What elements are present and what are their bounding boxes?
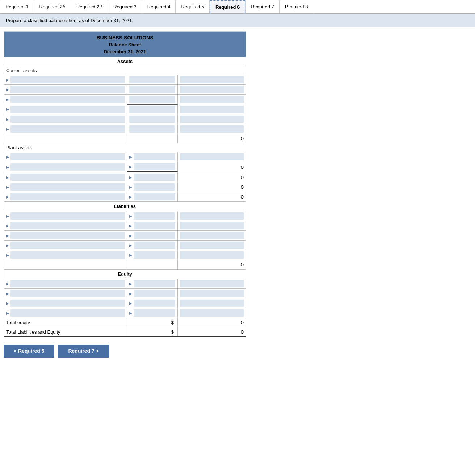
- company-name: BUSINESS SOLUTIONS: [4, 33, 246, 41]
- ca-right-4: [178, 104, 246, 114]
- ca-mid-4: [127, 104, 178, 114]
- ca-input-mid-3[interactable]: [129, 96, 175, 103]
- liab-input-right-5[interactable]: [180, 251, 244, 259]
- plant-asset-row-3: 0: [4, 172, 246, 182]
- liab-input-mid-5[interactable]: [134, 251, 175, 259]
- liab-input-right-1[interactable]: [180, 212, 244, 220]
- liab-right-2: [178, 221, 246, 230]
- tab-required-1[interactable]: Required 1: [0, 0, 34, 13]
- pa-input-mid-5[interactable]: [134, 193, 175, 200]
- current-assets-label: Current assets: [4, 66, 246, 75]
- equity-header: Equity: [4, 270, 246, 279]
- eq-input-mid-2[interactable]: [134, 290, 175, 297]
- ca-input-mid-4[interactable]: [129, 106, 175, 113]
- liab-input-right-2[interactable]: [180, 222, 244, 229]
- ca-input-right-6[interactable]: [180, 125, 244, 133]
- prev-button[interactable]: < Required 5: [4, 345, 54, 358]
- ca-input-mid-1[interactable]: [129, 76, 175, 83]
- total-liab-equity-value: 0: [178, 327, 246, 336]
- pa-mid-5: [127, 192, 178, 201]
- eq-input-label-1[interactable]: [10, 280, 125, 287]
- ca-label-6: [4, 124, 127, 134]
- total-liabilities-row: 0: [4, 260, 246, 270]
- eq-input-mid-3[interactable]: [134, 300, 175, 307]
- ca-input-right-2[interactable]: [180, 86, 244, 93]
- tab-required-5[interactable]: Required 5: [176, 0, 210, 13]
- liab-input-label-5[interactable]: [10, 251, 125, 259]
- ca-input-mid-2[interactable]: [129, 86, 175, 93]
- liab-input-label-3[interactable]: [10, 232, 125, 239]
- tab-required-8[interactable]: Required 8: [279, 0, 314, 13]
- liabilities-row-2: ▶: [4, 221, 246, 231]
- pa-label-3: [4, 172, 127, 182]
- total-ca-mid: [127, 134, 178, 143]
- ca-input-mid-6[interactable]: [129, 125, 175, 133]
- eq-input-right-1[interactable]: [180, 280, 244, 287]
- liab-input-right-3[interactable]: [180, 232, 244, 239]
- eq-input-label-4[interactable]: [10, 309, 125, 317]
- liab-input-mid-4[interactable]: [134, 242, 175, 249]
- current-asset-row-3: [4, 95, 246, 104]
- tab-required-2a[interactable]: Required 2A: [34, 0, 71, 13]
- pa-input-label-2[interactable]: [10, 163, 125, 171]
- total-liab-equity-mid: $: [127, 327, 178, 336]
- eq-mid-3: ▶: [127, 298, 178, 308]
- liab-input-label-1[interactable]: [10, 212, 125, 220]
- pa-input-label-5[interactable]: [10, 193, 125, 200]
- total-equity-label: Total equity: [4, 318, 127, 327]
- ca-input-label-5[interactable]: [10, 116, 125, 123]
- ca-input-right-5[interactable]: [180, 116, 244, 123]
- ca-label-4: [4, 104, 127, 114]
- eq-input-mid-4[interactable]: [134, 309, 175, 317]
- current-asset-row-5: [4, 114, 246, 124]
- eq-input-right-4[interactable]: [180, 309, 244, 317]
- eq-input-right-2[interactable]: [180, 290, 244, 297]
- pa-label-1: [4, 152, 127, 162]
- ca-input-label-1[interactable]: [10, 76, 125, 83]
- eq-input-label-2[interactable]: [10, 290, 125, 297]
- ca-input-label-6[interactable]: [10, 125, 125, 133]
- ca-input-right-1[interactable]: [180, 76, 244, 83]
- liab-right-5: [178, 250, 246, 260]
- sheet-date: December 31, 2021: [4, 48, 246, 55]
- liab-input-mid-3[interactable]: [134, 232, 175, 239]
- ca-input-label-4[interactable]: [10, 106, 125, 113]
- tab-required-2b[interactable]: Required 2B: [71, 0, 108, 13]
- pa-input-right-1[interactable]: [180, 153, 244, 160]
- ca-input-label-2[interactable]: [10, 86, 125, 93]
- liab-input-right-4[interactable]: [180, 242, 244, 249]
- pa-input-mid-4[interactable]: [134, 183, 175, 191]
- ca-input-label-3[interactable]: [10, 96, 125, 103]
- tab-required-7[interactable]: Required 7: [245, 0, 279, 13]
- liabilities-row-4: ▶: [4, 241, 246, 250]
- liab-input-mid-2[interactable]: [134, 222, 175, 229]
- ca-input-right-4[interactable]: [180, 106, 244, 113]
- pa-right-4: 0: [178, 182, 246, 192]
- ca-input-right-3[interactable]: [180, 96, 244, 103]
- tab-required-3[interactable]: Required 3: [108, 0, 142, 13]
- eq-right-2: [178, 289, 246, 298]
- eq-input-label-3[interactable]: [10, 300, 125, 307]
- eq-input-mid-1[interactable]: [134, 280, 175, 287]
- eq-label-1: [4, 279, 127, 288]
- ca-mid-5: [127, 114, 178, 124]
- tab-required-4[interactable]: Required 4: [142, 0, 176, 13]
- liab-input-label-2[interactable]: [10, 222, 125, 229]
- pa-input-mid-3[interactable]: [134, 174, 175, 181]
- plant-asset-row-5: 0: [4, 192, 246, 202]
- pa-input-label-4[interactable]: [10, 183, 125, 191]
- pa-input-mid-2[interactable]: [134, 163, 175, 170]
- ca-input-mid-5[interactable]: [129, 116, 175, 123]
- eq-input-right-3[interactable]: [180, 300, 244, 307]
- tab-required-6[interactable]: Required 6: [210, 0, 245, 13]
- liab-input-label-4[interactable]: [10, 242, 125, 249]
- pa-input-label-3[interactable]: [10, 174, 125, 181]
- pa-input-mid-1[interactable]: [134, 153, 175, 160]
- pa-input-label-1[interactable]: [10, 153, 125, 160]
- liab-label-4: [4, 241, 127, 250]
- eq-label-4: [4, 308, 127, 318]
- next-button[interactable]: Required 7 >: [58, 345, 109, 358]
- liab-input-mid-1[interactable]: [134, 212, 175, 220]
- liab-mid-4: ▶: [127, 241, 178, 250]
- ca-mid-3: [127, 95, 178, 104]
